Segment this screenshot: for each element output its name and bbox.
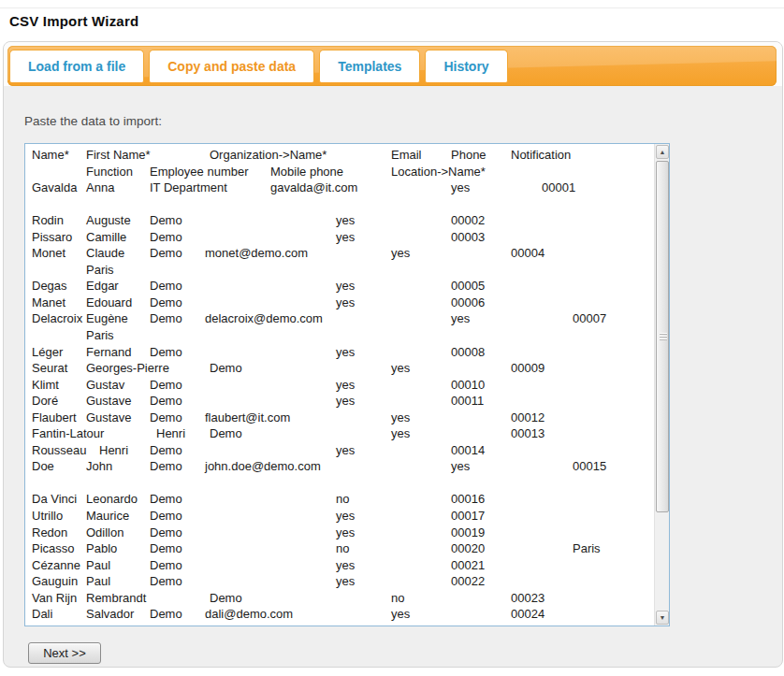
textarea-line: DelacroixEugèneDemodelacroix@demo.comyes… [32,311,649,328]
data-cell: Doré [32,394,58,408]
data-cell: gavalda@it.com [270,180,357,194]
data-cell: Van Rijn [32,591,77,605]
textarea-line: CézannePaulDemoyes00021 [32,558,649,575]
data-cell: Redon [32,525,67,539]
data-cell: Rodin [32,213,64,227]
textarea-line: Paris [32,263,649,280]
data-cell: yes [336,295,355,309]
data-cell: Employee number [150,165,249,179]
tab-load-from-a-file[interactable]: Load from a file [9,50,144,82]
data-cell: Seurat [32,361,67,375]
textarea-line: PissaroCamilleDemoyes00003 [32,230,649,247]
data-cell: dali@demo.com [205,607,293,621]
tab-bar: Load from a file Copy and paste data Tem… [9,50,508,82]
data-cell: Demo [150,378,182,392]
tab-copy-and-paste-data[interactable]: Copy and paste data [149,50,314,82]
data-cell: Claude [86,246,124,260]
data-cell: Klimt [32,378,59,392]
data-cell: flaubert@it.com [205,410,290,424]
csv-import-wizard-page: { "page_title": "CSV Import Wizard", "ta… [0,0,784,676]
data-cell: Auguste [86,213,131,227]
data-cell: Gustav [86,378,124,392]
data-cell: yes [451,311,470,325]
data-cell: no [336,492,349,506]
vertical-scrollbar[interactable]: ▲ ▼ [654,144,669,626]
data-cell: Paris [573,541,601,555]
scroll-up-icon[interactable]: ▲ [656,145,669,159]
textarea-line: GauguinPaulDemoyes00022 [32,574,649,591]
data-cell: Edgar [86,279,119,293]
data-cell: 00006 [451,295,485,309]
data-cell: 00021 [451,558,485,572]
data-cell: Henri [156,426,185,440]
data-cell: Demo [150,492,182,506]
data-cell: Demo [150,574,182,588]
textarea-line: ManetEdouardDemoyes00006 [32,295,649,312]
scroll-down-icon[interactable]: ▼ [656,611,669,625]
data-cell: Flaubert [32,410,77,424]
data-cell: Picasso [32,541,75,555]
data-cell: yes [391,607,410,621]
data-cell: Edouard [86,295,132,309]
data-cell: 00013 [511,426,544,440]
page-title: CSV Import Wizard [9,13,138,29]
data-cell: delacroix@demo.com [205,311,323,325]
data-cell: Demo [150,230,182,244]
data-cell: no [336,541,349,555]
data-cell: Gustave [86,394,131,408]
tab-templates[interactable]: Templates [319,50,420,82]
data-cell: Demo [150,311,182,325]
data-cell: 00017 [451,509,485,523]
next-button[interactable]: Next >> [28,642,101,664]
data-cell: 00011 [451,394,484,408]
textarea-line: DaliSalvadorDemodali@demo.comyes00024 [32,607,649,624]
data-cell: Phone [451,148,486,162]
data-cell: Demo [150,394,182,408]
textarea-line: Van RijnRembrandtDemono00023 [32,591,649,608]
data-cell: Demo [150,295,182,309]
data-cell: Demo [150,558,182,572]
data-cell: 00014 [451,443,485,457]
textarea-line: Grenoble [32,624,649,626]
data-cell: Demo [150,459,182,473]
data-cell: Eugène [86,311,128,325]
textarea-line: Name*First Name*Organization->Name*Email… [32,148,649,165]
data-cell: John [86,459,112,473]
data-cell: yes [391,410,410,424]
tab-history[interactable]: History [425,50,507,82]
data-cell: Demo [150,509,182,523]
data-cell: First Name* [86,148,151,162]
data-cell: monet@demo.com [205,246,308,260]
data-cell: Gustave [86,410,131,424]
data-cell: Fantin-Latour [32,426,104,440]
data-cell: yes [336,509,355,523]
data-cell: Paris [86,263,114,277]
textarea-line [32,476,649,493]
textarea-line: KlimtGustavDemoyes00010 [32,378,649,395]
data-cell: 00019 [451,525,485,539]
data-cell: Monet [32,246,65,260]
data-cell: Leonardo [86,492,138,506]
data-cell: Demo [150,279,182,293]
data-cell: Fernand [86,345,131,359]
textarea-line: RousseauHenriDemoyes00014 [32,443,649,460]
data-cell: Demo [150,246,182,260]
data-cell: Manet [32,295,65,309]
data-cell: yes [451,459,470,473]
data-cell: 00001 [542,180,575,194]
data-cell: Paul [86,558,110,572]
scrollbar-thumb[interactable] [656,161,669,512]
textarea-line: Fantin-LatourHenriDemoyes00013 [32,426,649,443]
data-cell: Rembrandt [86,591,146,605]
data-cell: Demo [150,345,182,359]
data-cell: Maurice [86,509,129,523]
data-cell: Odillon [86,525,123,539]
data-cell: Demo [150,443,182,457]
data-cell: Gavalda [32,180,77,194]
textarea-line: SeuratGeorges-PierreDemoyes00009 [32,361,649,378]
data-cell: 00016 [451,492,485,506]
data-cell: 00022 [451,574,485,588]
paste-data-textarea[interactable]: Name*First Name*Organization->Name*Email… [24,143,670,626]
data-cell: 00004 [511,246,544,260]
data-cell: 00008 [451,345,485,359]
